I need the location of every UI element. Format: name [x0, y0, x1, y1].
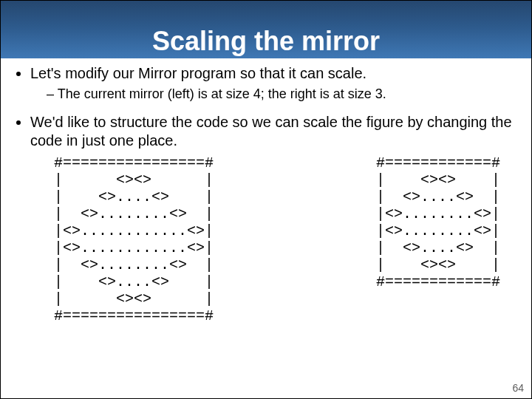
bullet-1: Let's modify our Mirror program so that …: [30, 64, 515, 103]
sub-bullet-1: The current mirror (left) is at size 4; …: [47, 86, 515, 103]
title-band: Scaling the mirror: [1, 1, 531, 58]
sub-bullet-list: The current mirror (left) is at size 4; …: [30, 86, 515, 103]
mirror-size-3: #============# | <><> | | <>....<> | |<>…: [376, 154, 500, 324]
slide-title: Scaling the mirror: [152, 26, 380, 57]
bullet-2: We'd like to structure the code so we ca…: [30, 113, 515, 150]
bullet-1-text: Let's modify our Mirror program so that …: [30, 65, 366, 81]
bullet-list: Let's modify our Mirror program so that …: [17, 64, 515, 150]
slide: Scaling the mirror Let's modify our Mirr…: [0, 0, 532, 399]
slide-content: Let's modify our Mirror program so that …: [17, 64, 515, 324]
page-number: 64: [512, 382, 524, 394]
mirror-size-4: #================# | <><> | | <>....<> |…: [54, 154, 214, 324]
ascii-art-row: #================# | <><> | | <>....<> |…: [17, 154, 515, 324]
